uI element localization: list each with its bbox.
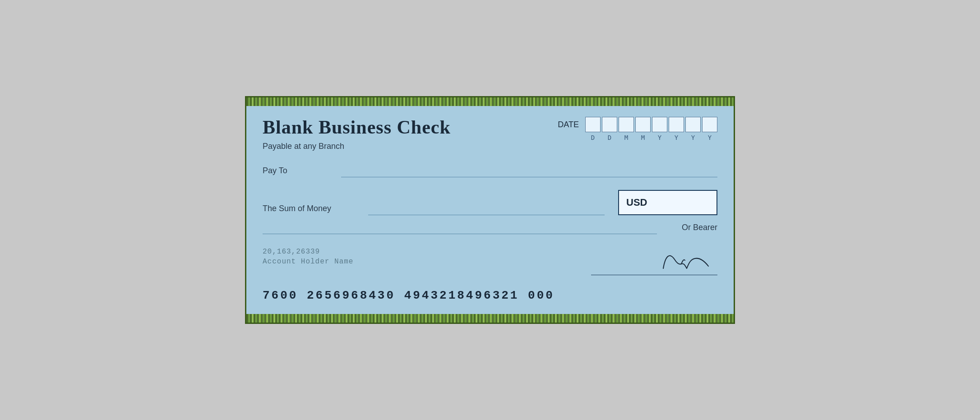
date-box-3[interactable] bbox=[619, 117, 634, 132]
check-subtitle: Payable at any Branch bbox=[263, 142, 558, 151]
date-label: DATE bbox=[558, 120, 579, 129]
check-top-row: Blank Business Check Payable at any Bran… bbox=[263, 117, 717, 151]
account-section: 20,163,26339 Account Holder Name bbox=[263, 248, 717, 275]
date-boxes bbox=[585, 117, 717, 132]
signature-section bbox=[591, 248, 717, 275]
sum-label: The Sum of Money bbox=[263, 204, 362, 215]
date-section: DATE D D M M bbox=[558, 117, 717, 141]
account-number: 20,163,26339 bbox=[263, 248, 353, 256]
pay-to-row: Pay To bbox=[263, 165, 717, 177]
date-row: DATE bbox=[558, 117, 717, 132]
sum-line[interactable] bbox=[368, 203, 605, 215]
date-box-4[interactable] bbox=[635, 117, 651, 132]
date-char-y4: Y bbox=[702, 134, 717, 141]
date-box-8[interactable] bbox=[702, 117, 717, 132]
border-top bbox=[245, 96, 735, 106]
signature-svg bbox=[654, 246, 717, 273]
date-box-1[interactable] bbox=[585, 117, 601, 132]
check-wrapper: Blank Business Check Payable at any Bran… bbox=[245, 96, 735, 323]
date-box-5[interactable] bbox=[652, 117, 667, 132]
date-char-d1: D bbox=[585, 134, 601, 141]
title-block: Blank Business Check Payable at any Bran… bbox=[263, 117, 558, 151]
sum-row: The Sum of Money USD bbox=[263, 190, 717, 215]
date-char-y2: Y bbox=[669, 134, 684, 141]
micr-row: 7600 2656968430 4943218496321 000 bbox=[263, 284, 717, 305]
date-box-7[interactable] bbox=[685, 117, 701, 132]
check-title: Blank Business Check bbox=[263, 117, 558, 138]
date-box-6[interactable] bbox=[669, 117, 684, 132]
signature bbox=[654, 248, 717, 275]
usd-label: USD bbox=[626, 197, 647, 208]
bearer-label: Or Bearer bbox=[663, 223, 717, 234]
account-holder: Account Holder Name bbox=[263, 258, 353, 266]
date-char-m1: M bbox=[619, 134, 634, 141]
pay-to-line[interactable] bbox=[341, 165, 717, 177]
date-char-y1: Y bbox=[652, 134, 667, 141]
signature-line bbox=[591, 275, 717, 275]
date-char-y3: Y bbox=[685, 134, 701, 141]
date-char-m2: M bbox=[635, 134, 651, 141]
bearer-row: Or Bearer bbox=[263, 222, 717, 234]
pay-to-label: Pay To bbox=[263, 166, 335, 177]
micr-text: 7600 2656968430 4943218496321 000 bbox=[263, 289, 555, 302]
bearer-line[interactable] bbox=[263, 222, 657, 234]
date-char-labels: D D M M Y Y Y Y bbox=[583, 134, 717, 141]
account-info: 20,163,26339 Account Holder Name bbox=[263, 248, 353, 266]
date-char-d2: D bbox=[602, 134, 617, 141]
border-bottom bbox=[245, 314, 735, 324]
usd-box: USD bbox=[618, 190, 717, 215]
date-box-2[interactable] bbox=[602, 117, 617, 132]
check-body: Blank Business Check Payable at any Bran… bbox=[245, 106, 735, 314]
